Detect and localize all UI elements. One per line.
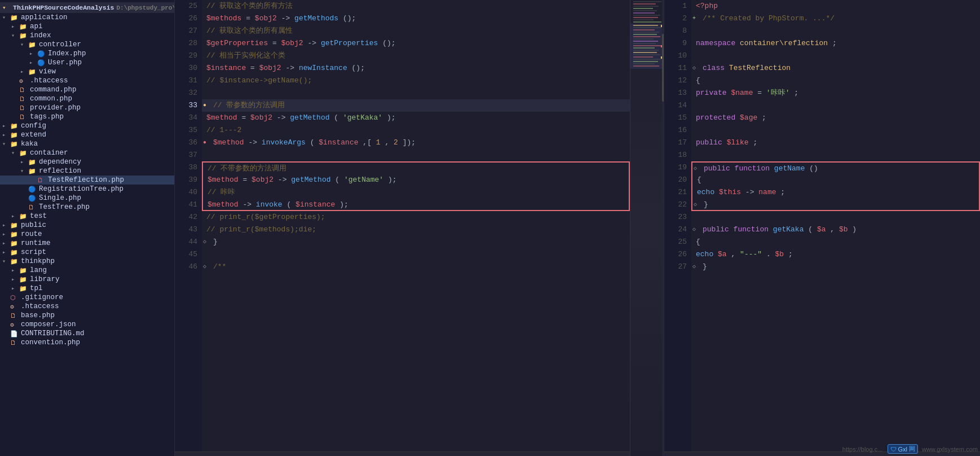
project-root[interactable]: ▾ ThinkPHPSourceCodeAnalysis D:\phpstudy… <box>0 2 174 13</box>
sidebar-item-view[interactable]: ▸ 📁 view <box>0 67 174 76</box>
sidebar-item-library[interactable]: ▸ 📁 library <box>0 275 174 284</box>
svg-rect-8 <box>633 19 654 20</box>
sidebar-item-htaccess2[interactable]: ⚙ .htaccess <box>0 302 174 311</box>
line-num-32: 32 <box>175 87 202 99</box>
var: $this <box>719 188 741 196</box>
sidebar-item-registrationtree[interactable]: 🔵 RegistrationTree.php <box>0 185 174 194</box>
sidebar-item-commonphp[interactable]: 🗋 common.php <box>0 94 174 103</box>
sidebar-item-lang[interactable]: ▸ 📁 lang <box>0 266 174 275</box>
string: '咔咔' <box>766 89 790 97</box>
var: $instance <box>206 64 246 72</box>
sidebar-item-label: api <box>30 23 174 30</box>
sidebar-item-reflection[interactable]: ▾ 📁 reflection <box>0 166 174 176</box>
keyword: class <box>696 64 725 72</box>
left-code-content[interactable]: // 获取这个类的所有方法 $methods = $obj2 -> getMet… <box>202 0 630 451</box>
right-code-line-15: protected $age ; <box>691 112 980 124</box>
folder-icon: 📁 <box>19 150 28 157</box>
sidebar-item-config[interactable]: ▸ 📁 config <box>0 121 174 130</box>
line-num-r26: 26 <box>664 248 691 261</box>
method: getMethod <box>291 176 330 184</box>
sidebar-item-single[interactable]: 🔵 Single.php <box>0 194 174 203</box>
semicolon: ; <box>753 138 757 147</box>
sidebar-item-application[interactable]: ▾ 📁 application <box>0 13 174 22</box>
code-line-35: // 1---2 <box>202 124 630 137</box>
gutter-marker-r27: ◇ <box>692 261 696 273</box>
sidebar-item-test[interactable]: ▸ 📁 test <box>0 212 174 221</box>
sidebar-item-contributing[interactable]: 📄 CONTRIBUTING.md <box>0 329 174 338</box>
php-icon: 🗋 <box>10 312 19 319</box>
arrow-icon: ▸ <box>2 131 10 138</box>
paren: (); <box>382 39 395 47</box>
line-num-r8: 8 <box>664 25 691 37</box>
sidebar-item-testreflection[interactable]: 🗋 TestReflection.php <box>0 176 174 185</box>
right-code-content[interactable]: <?php + /** Created by PhpStorm. ...*/ n… <box>691 0 980 451</box>
sidebar-item-index[interactable]: ▾ 📁 index <box>0 31 174 40</box>
svg-rect-19 <box>633 43 656 44</box>
editor-container: 25 26 27 28 29 30 31 32 33 34 35 36 37 3… <box>175 0 980 456</box>
code-line-38: // 不带参数的方法调用 <box>202 161 630 174</box>
operator: = <box>250 64 259 72</box>
sidebar-item-runtime[interactable]: ▸ 📁 runtime <box>0 239 174 248</box>
op: ,[ <box>363 138 372 147</box>
comment: // 带参数的方法调用 <box>206 101 285 109</box>
sidebar-item-conventionphp[interactable]: 🗋 convention.php <box>0 338 174 347</box>
svg-rect-29 <box>633 65 659 67</box>
sidebar-item-userphp[interactable]: ▸ 🔵 User.php <box>0 58 174 67</box>
sidebar-item-composerjson[interactable]: ⚙ composer.json <box>0 320 174 329</box>
op: -> <box>277 113 286 122</box>
comment: // print_r($methods);die; <box>206 225 316 234</box>
sidebar-item-script[interactable]: ▸ 📁 script <box>0 248 174 257</box>
comment: // 不带参数的方法调用 <box>208 164 286 173</box>
minimap-svg <box>630 0 664 456</box>
sidebar-item-thinkphp[interactable]: ▾ 📁 thinkphp <box>0 257 174 266</box>
sidebar-item-basephp[interactable]: 🗋 base.php <box>0 311 174 320</box>
sidebar-item-container[interactable]: ▾ 📁 container <box>0 148 174 157</box>
svg-rect-4 <box>633 10 657 11</box>
sidebar-item-kaka[interactable]: ▾ 📁 kaka <box>0 139 174 148</box>
sidebar-item-label: command.php <box>30 86 174 94</box>
sidebar-item-tpl[interactable]: ▸ 📁 tpl <box>0 284 174 293</box>
line-num-r14: 14 <box>664 99 691 112</box>
sidebar-item-label: TestReflection.php <box>48 176 174 184</box>
arrow-icon: ▸ <box>2 122 10 129</box>
comment: // 获取这个类的所有方法 <box>206 2 293 10</box>
sidebar-item-indexphp[interactable]: ▸ 🔵 Index.php <box>0 49 174 58</box>
code-line-32 <box>202 87 630 99</box>
string: 'getKaka' <box>343 113 382 122</box>
sidebar-item-label: reflection <box>39 167 174 175</box>
sidebar-item-gitignore[interactable]: ⬡ .gitignore <box>0 293 174 302</box>
sidebar-item-controller[interactable]: ▾ 📁 controller <box>0 40 174 49</box>
minimap <box>630 0 664 456</box>
line-num-r15: 15 <box>664 112 691 124</box>
arrow-icon: ▾ <box>20 168 28 174</box>
comment: // $instance->getName(); <box>206 76 312 85</box>
op: -> <box>307 39 316 47</box>
sidebar-item-extend[interactable]: ▸ 📁 extend <box>0 130 174 139</box>
line-num-r21: 21 <box>664 186 691 199</box>
sidebar-item-htaccess1[interactable]: ⚙ .htaccess <box>0 76 174 85</box>
sidebar-item-dependency[interactable]: ▸ 📁 dependency <box>0 157 174 166</box>
semicolon: ; <box>762 113 766 122</box>
method: invokeArgs <box>262 138 306 147</box>
code-line-27: // 获取这个类的所有属性 <box>202 25 630 37</box>
folder-icon: 📁 <box>19 276 28 283</box>
sidebar-item-tagsphp[interactable]: 🗋 tags.php <box>0 112 174 121</box>
var: $a <box>817 225 826 234</box>
sidebar-item-public[interactable]: ▸ 📁 public <box>0 221 174 230</box>
sidebar-item-route[interactable]: ▸ 📁 route <box>0 230 174 239</box>
sidebar: ▾ ThinkPHPSourceCodeAnalysis D:\phpstudy… <box>0 0 175 456</box>
right-code-lines[interactable]: 1 2 8 9 10 11 12 13 14 15 16 17 18 19 20… <box>664 0 980 451</box>
op: -> <box>242 200 251 209</box>
left-scrollbar[interactable] <box>175 451 630 456</box>
gutter-marker-r24: ◇ <box>692 223 696 236</box>
sidebar-item-commandphp[interactable]: 🗋 command.php <box>0 85 174 94</box>
code-line-36: ● $method -> invokeArgs ( $instance ,[ 1… <box>202 137 630 149</box>
sidebar-item-providerphp[interactable]: 🗋 provider.php <box>0 103 174 112</box>
op: . <box>766 250 771 258</box>
sidebar-item-testtree[interactable]: 🗋 TestTree.php <box>0 203 174 212</box>
watermark: https://blog.c... 🛡 Gxl 网 www.gxlsystem.… <box>842 444 978 454</box>
right-code-line-20: { <box>691 174 980 186</box>
left-code-lines[interactable]: 25 26 27 28 29 30 31 32 33 34 35 36 37 3… <box>175 0 630 451</box>
sidebar-item-api[interactable]: ▸ 📁 api <box>0 22 174 31</box>
line-num-27: 27 <box>175 25 202 37</box>
